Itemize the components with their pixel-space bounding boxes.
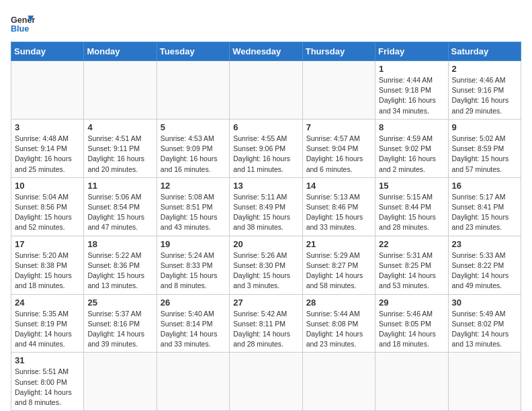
day-number: 22 <box>379 239 444 249</box>
calendar-cell: 8Sunrise: 4:59 AM Sunset: 9:02 PM Daylig… <box>375 119 448 177</box>
day-number: 3 <box>15 122 80 132</box>
col-header-saturday: Saturday <box>448 42 521 61</box>
calendar-cell <box>157 61 229 120</box>
day-number: 10 <box>15 181 80 191</box>
day-info: Sunrise: 5:46 AM Sunset: 8:05 PM Dayligh… <box>379 309 444 350</box>
calendar-week-5: 24Sunrise: 5:35 AM Sunset: 8:19 PM Dayli… <box>11 294 521 353</box>
calendar-week-4: 17Sunrise: 5:20 AM Sunset: 8:38 PM Dayli… <box>11 236 521 294</box>
day-number: 12 <box>161 181 226 191</box>
day-info: Sunrise: 5:35 AM Sunset: 8:19 PM Dayligh… <box>15 309 80 350</box>
day-number: 5 <box>161 122 226 132</box>
calendar-cell: 3Sunrise: 4:48 AM Sunset: 9:14 PM Daylig… <box>11 119 84 177</box>
logo-icon: General Blue <box>11 11 35 35</box>
col-header-monday: Monday <box>84 42 157 61</box>
calendar-cell <box>230 61 302 120</box>
calendar-cell <box>230 353 302 411</box>
day-info: Sunrise: 5:24 AM Sunset: 8:33 PM Dayligh… <box>161 250 226 291</box>
day-info: Sunrise: 4:53 AM Sunset: 9:09 PM Dayligh… <box>161 134 226 175</box>
day-info: Sunrise: 5:49 AM Sunset: 8:02 PM Dayligh… <box>452 309 517 350</box>
calendar-cell: 29Sunrise: 5:46 AM Sunset: 8:05 PM Dayli… <box>375 294 448 353</box>
calendar-week-3: 10Sunrise: 5:04 AM Sunset: 8:56 PM Dayli… <box>11 177 521 236</box>
calendar-cell: 31Sunrise: 5:51 AM Sunset: 8:00 PM Dayli… <box>11 353 84 411</box>
calendar-cell: 16Sunrise: 5:17 AM Sunset: 8:41 PM Dayli… <box>448 177 521 236</box>
day-info: Sunrise: 5:06 AM Sunset: 8:54 PM Dayligh… <box>87 192 152 233</box>
calendar-cell: 6Sunrise: 4:55 AM Sunset: 9:06 PM Daylig… <box>230 119 302 177</box>
day-number: 4 <box>87 122 152 132</box>
day-info: Sunrise: 5:02 AM Sunset: 8:59 PM Dayligh… <box>452 134 517 175</box>
calendar-cell: 21Sunrise: 5:29 AM Sunset: 8:27 PM Dayli… <box>302 236 375 294</box>
day-number: 20 <box>233 239 298 249</box>
day-number: 30 <box>452 298 517 308</box>
day-info: Sunrise: 5:42 AM Sunset: 8:11 PM Dayligh… <box>233 309 298 350</box>
day-info: Sunrise: 5:17 AM Sunset: 8:41 PM Dayligh… <box>452 192 517 233</box>
day-info: Sunrise: 4:51 AM Sunset: 9:11 PM Dayligh… <box>87 134 152 175</box>
calendar-cell <box>84 353 157 411</box>
calendar-week-6: 31Sunrise: 5:51 AM Sunset: 8:00 PM Dayli… <box>11 353 521 411</box>
day-number: 1 <box>379 64 444 74</box>
calendar-cell: 25Sunrise: 5:37 AM Sunset: 8:16 PM Dayli… <box>84 294 157 353</box>
day-info: Sunrise: 5:33 AM Sunset: 8:22 PM Dayligh… <box>452 250 517 291</box>
calendar-cell: 13Sunrise: 5:11 AM Sunset: 8:49 PM Dayli… <box>230 177 302 236</box>
calendar-cell <box>448 353 521 411</box>
day-number: 6 <box>233 122 298 132</box>
day-info: Sunrise: 5:44 AM Sunset: 8:08 PM Dayligh… <box>306 309 371 350</box>
day-info: Sunrise: 5:13 AM Sunset: 8:46 PM Dayligh… <box>306 192 371 233</box>
calendar-cell: 14Sunrise: 5:13 AM Sunset: 8:46 PM Dayli… <box>302 177 375 236</box>
day-info: Sunrise: 4:48 AM Sunset: 9:14 PM Dayligh… <box>15 134 80 175</box>
day-number: 21 <box>306 239 371 249</box>
calendar-cell: 5Sunrise: 4:53 AM Sunset: 9:09 PM Daylig… <box>157 119 229 177</box>
col-header-sunday: Sunday <box>11 42 84 61</box>
day-number: 15 <box>379 181 444 191</box>
day-number: 16 <box>452 181 517 191</box>
day-number: 25 <box>87 298 152 308</box>
day-info: Sunrise: 5:26 AM Sunset: 8:30 PM Dayligh… <box>233 250 298 291</box>
day-info: Sunrise: 5:08 AM Sunset: 8:51 PM Dayligh… <box>161 192 226 233</box>
calendar-table: SundayMondayTuesdayWednesdayThursdayFrid… <box>11 42 521 411</box>
calendar-week-1: 1Sunrise: 4:44 AM Sunset: 9:18 PM Daylig… <box>11 61 521 120</box>
day-info: Sunrise: 5:51 AM Sunset: 8:00 PM Dayligh… <box>15 367 80 408</box>
calendar-cell: 28Sunrise: 5:44 AM Sunset: 8:08 PM Dayli… <box>302 294 375 353</box>
calendar-cell: 19Sunrise: 5:24 AM Sunset: 8:33 PM Dayli… <box>157 236 229 294</box>
day-number: 11 <box>87 181 152 191</box>
day-number: 27 <box>233 298 298 308</box>
calendar-cell: 23Sunrise: 5:33 AM Sunset: 8:22 PM Dayli… <box>448 236 521 294</box>
day-info: Sunrise: 5:40 AM Sunset: 8:14 PM Dayligh… <box>161 309 226 350</box>
page-header: General Blue <box>11 11 521 35</box>
day-info: Sunrise: 5:11 AM Sunset: 8:49 PM Dayligh… <box>233 192 298 233</box>
calendar-cell <box>302 353 375 411</box>
day-info: Sunrise: 5:22 AM Sunset: 8:36 PM Dayligh… <box>87 250 152 291</box>
calendar-cell: 12Sunrise: 5:08 AM Sunset: 8:51 PM Dayli… <box>157 177 229 236</box>
calendar-cell <box>302 61 375 120</box>
day-info: Sunrise: 5:37 AM Sunset: 8:16 PM Dayligh… <box>87 309 152 350</box>
day-info: Sunrise: 5:31 AM Sunset: 8:25 PM Dayligh… <box>379 250 444 291</box>
header-row: SundayMondayTuesdayWednesdayThursdayFrid… <box>11 42 521 61</box>
calendar-cell: 26Sunrise: 5:40 AM Sunset: 8:14 PM Dayli… <box>157 294 229 353</box>
day-number: 24 <box>15 298 80 308</box>
calendar-cell: 20Sunrise: 5:26 AM Sunset: 8:30 PM Dayli… <box>230 236 302 294</box>
day-number: 31 <box>15 355 80 365</box>
calendar-cell: 1Sunrise: 4:44 AM Sunset: 9:18 PM Daylig… <box>375 61 448 120</box>
col-header-wednesday: Wednesday <box>230 42 302 61</box>
day-number: 23 <box>452 239 517 249</box>
day-number: 28 <box>306 298 371 308</box>
logo: General Blue <box>11 11 35 35</box>
day-number: 14 <box>306 181 371 191</box>
day-info: Sunrise: 5:29 AM Sunset: 8:27 PM Dayligh… <box>306 250 371 291</box>
calendar-cell: 24Sunrise: 5:35 AM Sunset: 8:19 PM Dayli… <box>11 294 84 353</box>
day-number: 7 <box>306 122 371 132</box>
day-info: Sunrise: 4:44 AM Sunset: 9:18 PM Dayligh… <box>379 75 444 116</box>
col-header-thursday: Thursday <box>302 42 375 61</box>
day-number: 13 <box>233 181 298 191</box>
day-number: 9 <box>452 122 517 132</box>
calendar-cell: 18Sunrise: 5:22 AM Sunset: 8:36 PM Dayli… <box>84 236 157 294</box>
calendar-cell: 10Sunrise: 5:04 AM Sunset: 8:56 PM Dayli… <box>11 177 84 236</box>
calendar-week-2: 3Sunrise: 4:48 AM Sunset: 9:14 PM Daylig… <box>11 119 521 177</box>
day-number: 19 <box>161 239 226 249</box>
day-info: Sunrise: 5:04 AM Sunset: 8:56 PM Dayligh… <box>15 192 80 233</box>
day-number: 8 <box>379 122 444 132</box>
day-number: 2 <box>452 64 517 74</box>
calendar-cell: 2Sunrise: 4:46 AM Sunset: 9:16 PM Daylig… <box>448 61 521 120</box>
day-info: Sunrise: 4:57 AM Sunset: 9:04 PM Dayligh… <box>306 134 371 175</box>
calendar-cell: 30Sunrise: 5:49 AM Sunset: 8:02 PM Dayli… <box>448 294 521 353</box>
calendar-cell <box>84 61 157 120</box>
